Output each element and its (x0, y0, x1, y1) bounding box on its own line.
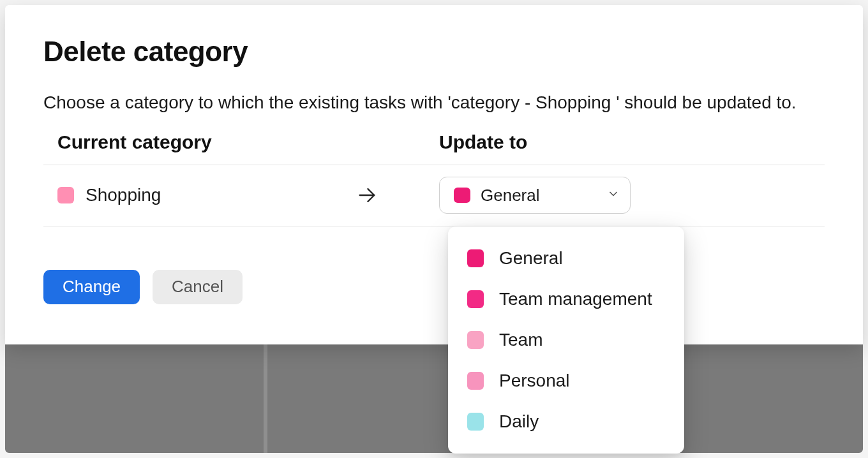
delete-category-dialog: Delete category Choose a category to whi… (5, 5, 863, 344)
category-color-swatch (454, 188, 470, 203)
columns-header-row: Current category Update to (43, 131, 825, 165)
dropdown-option-team-management[interactable]: Team management (448, 279, 684, 320)
current-category-cell: Shopping (43, 185, 356, 205)
dropdown-option-daily[interactable]: Daily (448, 401, 684, 442)
category-color-swatch (467, 290, 484, 308)
dialog-title: Delete category (43, 36, 825, 68)
dropdown-option-general[interactable]: General (448, 238, 684, 279)
dialog-actions: Change Cancel (43, 270, 825, 304)
category-color-swatch (57, 187, 74, 203)
category-color-swatch (467, 331, 484, 349)
cancel-button[interactable]: Cancel (153, 270, 243, 304)
chevron-down-icon (607, 188, 620, 203)
dialog-description: Choose a category to which the existing … (43, 91, 825, 115)
category-color-swatch (467, 372, 484, 390)
arrow-right-icon (356, 184, 439, 206)
target-category-dropdown[interactable]: General Team management Team Personal Da… (448, 226, 684, 454)
target-category-select[interactable]: General (439, 177, 631, 214)
change-button[interactable]: Change (43, 270, 140, 304)
category-color-swatch (467, 249, 484, 267)
option-label: Personal (499, 371, 570, 391)
dropdown-option-team[interactable]: Team (448, 320, 684, 360)
modal-backdrop (5, 344, 863, 453)
selected-target-label: General (481, 186, 607, 205)
current-category-label: Shopping (86, 185, 161, 205)
column-header-update: Update to (439, 131, 825, 153)
option-label: General (499, 248, 563, 269)
category-color-swatch (467, 413, 484, 431)
option-label: Team (499, 330, 542, 350)
column-header-current: Current category (43, 131, 439, 153)
category-mapping-row: Shopping General (43, 165, 825, 226)
backdrop-column-divider (264, 344, 267, 453)
dropdown-option-personal[interactable]: Personal (448, 360, 684, 401)
option-label: Daily (499, 411, 539, 432)
option-label: Team management (499, 289, 652, 309)
